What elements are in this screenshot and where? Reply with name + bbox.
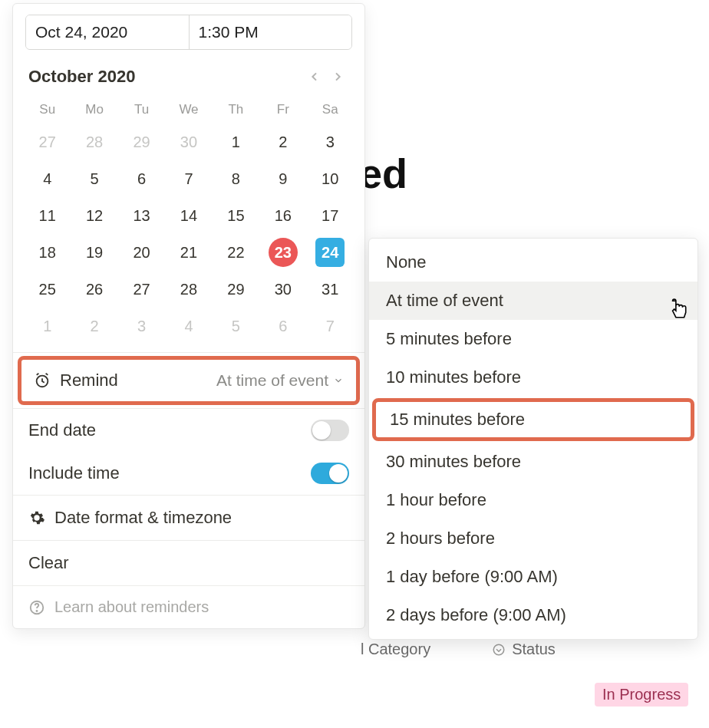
column-category[interactable]: l Category (361, 641, 430, 658)
chevron-left-icon (308, 71, 321, 83)
calendar-day[interactable]: 6 (118, 160, 165, 197)
calendar-day[interactable]: 16 (259, 197, 306, 234)
calendar-day[interactable]: 6 (259, 308, 306, 344)
status-badge[interactable]: In Progress (595, 683, 688, 707)
calendar-day[interactable]: 5 (213, 308, 259, 344)
prev-month-button[interactable] (303, 65, 326, 88)
reminder-option[interactable]: 5 minutes before (369, 320, 697, 358)
end-date-toggle[interactable] (311, 420, 349, 441)
reminder-option[interactable]: 10 minutes before (369, 358, 697, 397)
calendar-day[interactable]: 3 (118, 308, 165, 344)
reminder-option[interactable]: 30 minutes before (369, 443, 697, 481)
table-header: l Category Status (361, 641, 556, 658)
calendar-day[interactable]: 2 (259, 124, 306, 160)
calendar-day[interactable]: 28 (165, 271, 212, 308)
calendar-day[interactable]: 24 (307, 234, 354, 271)
date-time-inputs: Oct 24, 2020 1:30 PM (25, 15, 352, 50)
calendar-day[interactable]: 27 (118, 271, 165, 308)
svg-point-0 (493, 644, 504, 655)
calendar-day[interactable]: 21 (165, 234, 212, 271)
calendar-day[interactable]: 27 (24, 124, 71, 160)
calendar-day[interactable]: 7 (165, 160, 212, 197)
month-label: October 2020 (28, 67, 303, 87)
clear-label: Clear (28, 553, 69, 573)
weekday-label: Su (24, 96, 71, 124)
calendar-grid: SuMoTuWeThFrSa 2728293012345678910111213… (13, 93, 364, 352)
calendar-day[interactable]: 10 (307, 160, 354, 197)
calendar-day[interactable]: 26 (71, 271, 117, 308)
include-time-label: Include time (28, 463, 311, 483)
weekday-label: Mo (71, 96, 117, 124)
learn-reminders-label: Learn about reminders (54, 598, 209, 616)
remind-value: At time of event (216, 371, 344, 390)
calendar-header: October 2020 (13, 58, 364, 93)
calendar-day[interactable]: 13 (118, 197, 165, 234)
calendar-day[interactable]: 5 (71, 160, 117, 197)
chevron-right-icon (331, 71, 344, 83)
chevron-down-circle-icon (492, 643, 506, 657)
calendar-day[interactable]: 14 (165, 197, 212, 234)
date-format-label: Date format & timezone (54, 508, 232, 528)
clear-button[interactable]: Clear (13, 541, 364, 585)
remind-row[interactable]: Remind At time of event (18, 356, 360, 405)
calendar-day[interactable]: 1 (24, 308, 71, 344)
end-date-row: End date (13, 409, 364, 452)
calendar-day[interactable]: 30 (165, 124, 212, 160)
calendar-day[interactable]: 4 (24, 160, 71, 197)
help-icon (28, 599, 45, 616)
calendar-day[interactable]: 30 (259, 271, 306, 308)
calendar-day[interactable]: 29 (118, 124, 165, 160)
calendar-day[interactable]: 25 (24, 271, 71, 308)
weekday-label: Tu (118, 96, 165, 124)
calendar-day[interactable]: 28 (71, 124, 117, 160)
calendar-day[interactable]: 17 (307, 197, 354, 234)
date-picker-panel: Oct 24, 2020 1:30 PM October 2020 SuMoTu… (12, 3, 365, 629)
learn-reminders-link[interactable]: Learn about reminders (13, 586, 364, 628)
reminder-option[interactable]: 2 hours before (369, 519, 697, 558)
calendar-day[interactable]: 2 (71, 308, 117, 344)
calendar-day[interactable]: 12 (71, 197, 117, 234)
calendar-day[interactable]: 1 (213, 124, 259, 160)
date-format-row[interactable]: Date format & timezone (13, 496, 364, 540)
remind-label: Remind (60, 371, 118, 390)
reminder-option[interactable]: At time of event (369, 282, 697, 320)
weekday-label: Sa (307, 96, 354, 124)
alarm-icon (34, 372, 54, 389)
next-month-button[interactable] (326, 65, 349, 88)
chevron-down-icon (333, 375, 344, 386)
weekday-label: Th (213, 96, 259, 124)
calendar-day[interactable]: 15 (213, 197, 259, 234)
reminder-option[interactable]: 1 hour before (369, 481, 697, 519)
calendar-day[interactable]: 3 (307, 124, 354, 160)
calendar-day[interactable]: 19 (71, 234, 117, 271)
column-label: Status (512, 641, 556, 658)
calendar-day[interactable]: 18 (24, 234, 71, 271)
svg-point-3 (36, 611, 37, 611)
end-date-label: End date (28, 420, 311, 440)
time-input[interactable]: 1:30 PM (189, 15, 352, 49)
include-time-row: Include time (13, 452, 364, 495)
calendar-day[interactable]: 23 (259, 234, 306, 271)
reminder-menu: NoneAt time of event5 minutes before10 m… (368, 238, 698, 640)
reminder-option[interactable]: None (369, 243, 697, 282)
calendar-day[interactable]: 7 (307, 308, 354, 344)
include-time-toggle[interactable] (311, 463, 349, 484)
calendar-day[interactable]: 31 (307, 271, 354, 308)
reminder-option[interactable]: 15 minutes before (372, 398, 694, 441)
calendar-day[interactable]: 11 (24, 197, 71, 234)
calendar-day[interactable]: 9 (259, 160, 306, 197)
weekday-label: Fr (259, 96, 306, 124)
weekday-label: We (165, 96, 212, 124)
date-input[interactable]: Oct 24, 2020 (26, 15, 189, 49)
reminder-option[interactable]: 2 days before (9:00 AM) (369, 596, 697, 634)
column-label: l Category (361, 641, 430, 658)
calendar-day[interactable]: 22 (213, 234, 259, 271)
calendar-day[interactable]: 29 (213, 271, 259, 308)
calendar-day[interactable]: 4 (165, 308, 212, 344)
gear-icon (28, 509, 45, 526)
calendar-day[interactable]: 20 (118, 234, 165, 271)
reminder-option[interactable]: 1 day before (9:00 AM) (369, 558, 697, 596)
column-status[interactable]: Status (492, 641, 556, 658)
calendar-day[interactable]: 8 (213, 160, 259, 197)
